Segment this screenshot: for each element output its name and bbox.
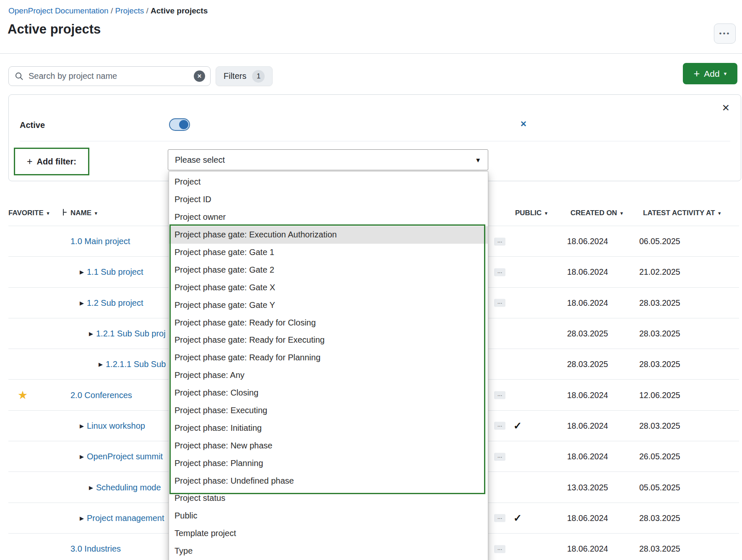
dropdown-option[interactable]: Project phase: Executing (169, 402, 488, 419)
dropdown-option[interactable]: Project ID (169, 191, 488, 208)
truncated-more-badge[interactable]: ... (494, 299, 505, 307)
dropdown-option[interactable]: Project phase gate: Ready for Executing (169, 331, 488, 349)
remove-active-filter-icon[interactable]: ✕ (520, 119, 527, 129)
dropdown-option[interactable]: Project phase: New phase (169, 437, 488, 454)
dropdown-option[interactable]: Project phase: Any (169, 367, 488, 384)
public-check-icon: ✓ (513, 411, 522, 441)
expand-arrow-icon[interactable]: ▶ (89, 472, 93, 503)
dropdown-option[interactable]: Project phase gate: Execution Authorizat… (169, 226, 488, 244)
latest-activity-date: 12.06.2025 (639, 380, 680, 411)
expand-arrow-icon[interactable]: ▶ (80, 257, 84, 287)
created-on-date: 18.06.2024 (567, 534, 608, 560)
project-name-link[interactable]: 2.0 Conferences (70, 380, 132, 411)
active-projects-page: OpenProject Documentation / Projects / A… (0, 0, 742, 560)
select-value: Please select (175, 155, 225, 165)
dropdown-option[interactable]: Project status (169, 490, 488, 507)
dropdown-option[interactable]: Type (169, 542, 488, 560)
add-filter-annotation-box[interactable]: + Add filter: (14, 148, 89, 175)
dropdown-option[interactable]: Project phase gate: Gate Y (169, 296, 488, 314)
truncated-more-badge[interactable]: ... (494, 453, 505, 461)
truncated-more-badge[interactable]: ... (494, 545, 505, 553)
toggle-knob (179, 120, 188, 129)
project-name-link[interactable]: 1.2.1.1 Sub Sub (106, 349, 166, 380)
latest-activity-date: 28.03.2025 (639, 534, 680, 560)
dropdown-option[interactable]: Project (169, 173, 488, 191)
created-on-date: 18.06.2024 (567, 257, 608, 287)
latest-activity-date: 05.05.2025 (639, 472, 680, 503)
latest-activity-date: 28.03.2025 (639, 411, 680, 441)
created-on-date: 18.06.2024 (567, 226, 608, 257)
expand-arrow-icon[interactable]: ▶ (80, 441, 84, 472)
latest-activity-date: 28.03.2025 (639, 503, 680, 534)
project-name-link[interactable]: 1.2 Sub project (87, 288, 143, 318)
truncated-more-badge[interactable]: ... (494, 514, 505, 522)
project-name-link[interactable]: 1.0 Main project (70, 226, 130, 257)
favorite-star-icon[interactable]: ★ (18, 380, 28, 411)
project-name-link[interactable]: Linux workshop (87, 411, 145, 441)
latest-activity-date: 28.03.2025 (639, 288, 680, 318)
created-on-date: 18.06.2024 (567, 288, 608, 318)
dropdown-option[interactable]: Project owner (169, 208, 488, 226)
project-name-link[interactable]: Scheduling mode (96, 472, 161, 503)
dropdown-option[interactable]: Project phase gate: Gate 1 (169, 244, 488, 261)
created-on-date: 13.03.2025 (567, 472, 608, 503)
select-caret-icon: ▼ (475, 156, 481, 164)
expand-arrow-icon[interactable]: ▶ (80, 411, 84, 441)
plus-icon: + (27, 156, 32, 167)
filter-panel-divider (20, 141, 730, 141)
dropdown-option-list: ProjectProject IDProject ownerProject ph… (169, 173, 488, 560)
dropdown-option[interactable]: Public (169, 507, 488, 525)
dropdown-option[interactable]: Project phase gate: Ready for Planning (169, 349, 488, 367)
truncated-more-badge[interactable]: ... (494, 391, 505, 399)
public-check-icon: ✓ (513, 503, 522, 534)
active-filter-label: Active (20, 120, 45, 130)
project-name-link[interactable]: 1.2.1 Sub Sub proj (96, 318, 166, 349)
project-name-link[interactable]: 3.0 Industries (70, 534, 121, 560)
project-name-link[interactable]: OpenProject summit (87, 441, 163, 472)
expand-arrow-icon[interactable]: ▶ (99, 349, 103, 380)
created-on-date: 18.06.2024 (567, 503, 608, 534)
dropdown-option[interactable]: Project phase gate: Ready for Closing (169, 314, 488, 331)
project-name-link[interactable]: Project management (87, 503, 164, 534)
created-on-date: 18.06.2024 (567, 380, 608, 411)
expand-arrow-icon[interactable]: ▶ (80, 503, 84, 534)
latest-activity-date: 06.05.2025 (639, 226, 680, 257)
dropdown-option[interactable]: Project phase gate: Gate 2 (169, 261, 488, 279)
created-on-date: 28.03.2025 (567, 349, 608, 380)
truncated-more-badge[interactable]: ... (494, 237, 505, 245)
project-name-link[interactable]: 1.1 Sub project (87, 257, 143, 287)
latest-activity-date: 21.02.2025 (639, 257, 680, 287)
dropdown-option[interactable]: Project phase: Undefined phase (169, 472, 488, 490)
truncated-more-badge[interactable]: ... (494, 268, 505, 276)
active-toggle[interactable] (169, 118, 190, 131)
add-filter-label: Add filter: (37, 157, 76, 167)
dropdown-option[interactable]: Project phase gate: Gate X (169, 279, 488, 296)
dropdown-option[interactable]: Template project (169, 525, 488, 542)
latest-activity-date: 28.03.2025 (639, 349, 680, 380)
expand-arrow-icon[interactable]: ▶ (89, 318, 93, 349)
created-on-date: 28.03.2025 (567, 318, 608, 349)
latest-activity-date: 28.03.2025 (639, 318, 680, 349)
truncated-more-badge[interactable]: ... (494, 422, 505, 430)
created-on-date: 18.06.2024 (567, 411, 608, 441)
add-filter-select[interactable]: Please select ▼ (168, 149, 488, 170)
expand-arrow-icon[interactable]: ▶ (80, 288, 84, 318)
latest-activity-date: 26.05.2025 (639, 441, 680, 472)
dropdown-option[interactable]: Project phase: Initiating (169, 419, 488, 437)
created-on-date: 18.06.2024 (567, 441, 608, 472)
filter-options-dropdown: ProjectProject IDProject ownerProject ph… (169, 171, 488, 560)
dropdown-option[interactable]: Project phase: Closing (169, 384, 488, 402)
dropdown-option[interactable]: Project phase: Planning (169, 454, 488, 472)
close-filter-panel-icon[interactable]: ✕ (722, 103, 730, 113)
